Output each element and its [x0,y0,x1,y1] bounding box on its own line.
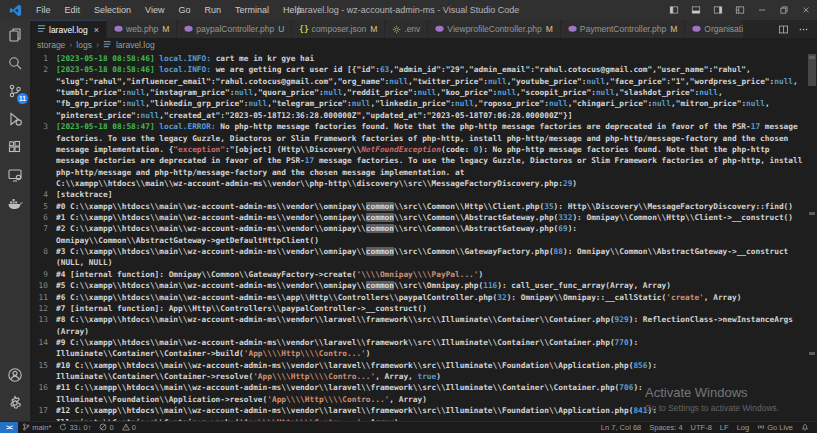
log-line[interactable]: message implementation. {"exception":"[o… [30,144,807,155]
vertical-scrollbar[interactable] [807,52,817,421]
close-tab-icon[interactable]: × [94,25,99,35]
log-line[interactable]: factories. To use the legacy Guzzle, Dia… [30,133,807,144]
log-line[interactable]: 15#10 C:\\xampp\\htdocs\\main\\wz-accoun… [30,360,807,371]
menu-selection[interactable]: Selection [87,0,138,20]
layout-sidebar-left-icon[interactable] [663,0,685,20]
log-line[interactable]: Illuminate\\Container\\Container->resolv… [30,371,807,382]
activity-explorer[interactable] [0,23,30,51]
log-line[interactable]: Illuminate\\Foundation\\Application->res… [30,394,807,405]
layout-panel-icon[interactable] [685,0,707,20]
log-line[interactable]: "pinterest_price":null,"created_at":"202… [30,110,807,121]
log-line[interactable]: "fb_grp_price":null,"linkedin_grp_price"… [30,98,807,109]
split-editor-icon[interactable] [778,24,789,35]
status-eol[interactable]: LF [716,422,733,433]
activity-extensions[interactable] [0,135,30,163]
activity-search[interactable] [0,51,30,79]
log-line[interactable]: 8#3 C:\\xampp\\htdocs\\main\\wz-account-… [30,246,807,257]
log-line[interactable]: Omnipay\\Common\\AbstractGateway->getDef… [30,235,807,246]
activity-run-and-debug[interactable] [0,107,30,135]
editor-pane[interactable]: 1[2023-05-18 08:58:46] local.INFO: cart … [30,52,817,421]
log-line[interactable]: 11#6 C:\\xampp\\htdocs\\main\\wz-account… [30,292,807,303]
git-status-badge: M [546,24,553,34]
tab-paypalcontroller-php[interactable]: paypalController.phpU [177,20,292,38]
breadcrumb-item[interactable]: laravel.log [116,40,155,50]
tab-web-php[interactable]: web.phpM [107,20,177,38]
log-line[interactable]: 16#11 C:\\xampp\\htdocs\\main\\wz-accoun… [30,382,807,393]
breadcrumb-item[interactable]: storage [37,40,65,50]
close-icon[interactable] [795,0,817,20]
line-number [30,371,56,382]
log-line[interactable]: 10#5 C:\\xampp\\htdocs\\main\\wz-account… [30,280,807,291]
breadcrumb-item[interactable]: logs [76,40,92,50]
status-cursor-position[interactable]: Ln 7, Col 68 [597,422,645,433]
log-line-text: "pinterest_price":null,"created_at":"202… [56,110,807,121]
restore-icon[interactable] [773,0,795,20]
log-line[interactable]: 7#2 C:\\xampp\\htdocs\\main\\wz-account-… [30,223,807,234]
status-problems-warnings[interactable]: 0 [118,422,140,433]
more-actions-icon[interactable] [798,24,809,35]
log-line[interactable]: 13#8 C:\\xampp\\htdocs\\main\\wz-account… [30,314,807,325]
tab-label: composer.json [311,24,366,34]
tab--env[interactable]: .env [385,20,428,38]
log-line[interactable]: message factories are deprecated in favo… [30,155,807,166]
menu-go[interactable]: Go [171,0,197,20]
minimize-icon[interactable] [751,0,773,20]
line-number: 1 [30,53,56,64]
log-line[interactable]: 2[2023-05-18 08:58:46] local.INFO: we ar… [30,64,807,75]
log-line[interactable]: C:\\xampp\\htdocs\\main\\wz-account-admi… [30,178,807,189]
activity-settings[interactable] [0,391,30,419]
log-line[interactable]: 3[2023-05-18 08:58:47] local.ERROR: No p… [30,121,807,132]
activity-docker[interactable] [0,191,30,219]
log-line[interactable]: 12#7 [internal function]: App\\Http\\Con… [30,303,807,314]
status-indentation[interactable]: Spaces: 4 [645,422,686,433]
activity-remote-explorer[interactable] [0,163,30,191]
log-line[interactable]: 5#0 C:\\xampp\\htdocs\\main\\wz-account-… [30,201,807,212]
menu-run[interactable]: Run [197,0,228,20]
layout-customize-icon[interactable] [729,0,751,20]
status-notifications[interactable] [797,422,813,433]
line-number [30,167,56,178]
status-go-live[interactable]: Go Live [753,422,797,433]
log-line[interactable]: 6#1 C:\\xampp\\htdocs\\main\\wz-account-… [30,212,807,223]
log-line[interactable]: 4[stacktrace] [30,189,807,200]
log-line[interactable]: Illuminate\\Container\\Container->make('… [30,417,807,422]
status-git-branch[interactable]: main* [18,422,55,433]
tab-viewprofilecontroller-php[interactable]: ViewprofileController.phpM [428,20,560,38]
log-line[interactable]: Illuminate\\Container\\Container->build(… [30,348,807,359]
tab-laravel-log[interactable]: laravel.log× [30,20,107,38]
log-line[interactable]: php-http/message and php-http/message-fa… [30,167,807,178]
log-line[interactable]: (Array) [30,326,807,337]
menu-file[interactable]: File [29,0,58,20]
log-line-text: "fb_grp_price":null,"linkedin_grp_price"… [56,98,807,109]
menu-terminal[interactable]: Terminal [228,0,276,20]
breadcrumb[interactable]: storage›logs›laravel.log [30,38,817,52]
status-encoding[interactable]: UTF-8 [687,422,716,433]
gear-icon [392,24,401,34]
tab-paymentcontroller-php[interactable]: PaymentController.phpM [561,20,686,38]
tab-label: paypalController.php [196,24,274,34]
menu-view[interactable]: View [138,0,171,20]
layout-sidebar-right-icon[interactable] [707,0,729,20]
remote-indicator[interactable]: >< [0,422,18,433]
log-line[interactable]: 1[2023-05-18 08:58:46] local.INFO: cart … [30,53,807,64]
tab-composer-json[interactable]: {}composer.jsonM [292,20,385,38]
menu-edit[interactable]: Edit [58,0,88,20]
status-problems-errors[interactable]: 0 [95,422,117,433]
status-language-mode[interactable]: Log [733,422,754,433]
log-line-text: #1 C:\\xampp\\htdocs\\main\\wz-account-a… [56,212,807,223]
remote-explorer-icon [7,167,23,187]
log-line[interactable]: 17#12 C:\\xampp\\htdocs\\main\\wz-accoun… [30,405,807,416]
activity-accounts[interactable] [0,363,30,391]
status-bar: >< main*33↓ 0↑00 Ln 7, Col 68Spaces: 4UT… [0,421,817,433]
menu-help[interactable]: Help [276,0,309,20]
log-line[interactable]: "slug":"rahul","influencer_email":"rahul… [30,76,807,87]
log-line[interactable]: 9#4 [internal function]: Omnipay\\Common… [30,269,807,280]
status-git-sync[interactable]: 33↓ 0↑ [55,422,95,433]
line-number [30,178,56,189]
error-icon [99,423,107,433]
tab-organisatio[interactable]: Organisatio [685,20,743,38]
log-line[interactable]: "tumblr_price":null,"instagram_price":nu… [30,87,807,98]
log-line[interactable]: (NULL, NULL) [30,257,807,268]
activity-source-control[interactable]: 11 [0,79,30,107]
log-line[interactable]: 14#9 C:\\xampp\\htdocs\\main\\wz-account… [30,337,807,348]
